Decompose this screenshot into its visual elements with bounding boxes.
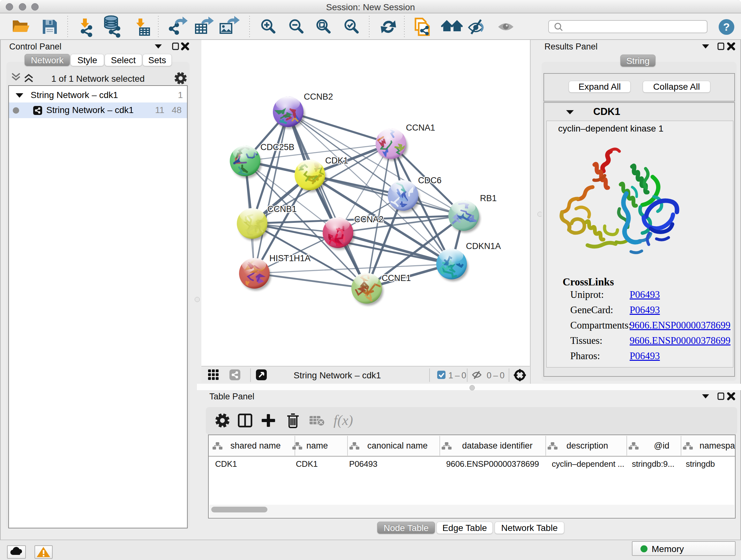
svg-text:stringdb:9...: stringdb:9... (632, 459, 674, 469)
svg-text:0 – 0: 0 – 0 (487, 371, 504, 380)
svg-text:CCNA2: CCNA2 (354, 214, 384, 224)
svg-text:String Network – cdk1: String Network – cdk1 (293, 370, 381, 380)
svg-text:canonical name: canonical name (367, 441, 428, 450)
svg-text:database identifier: database identifier (462, 441, 533, 450)
svg-text:CDK1: CDK1 (215, 459, 237, 469)
svg-text:name: name (307, 441, 328, 450)
svg-text:CCNA1: CCNA1 (406, 123, 435, 132)
svg-text:CDC6: CDC6 (418, 176, 442, 185)
svg-text:CCNE1: CCNE1 (382, 273, 411, 283)
svg-text:9606.ENSP00000378699: 9606.ENSP00000378699 (446, 459, 539, 469)
svg-text:namespac: namespac (699, 441, 735, 450)
svg-text:description: description (566, 441, 608, 450)
svg-text:@id: @id (654, 441, 669, 450)
svg-text:RB1: RB1 (480, 193, 497, 203)
svg-text:CDK1: CDK1 (296, 459, 318, 469)
svg-text:HIST1H1A: HIST1H1A (269, 253, 311, 263)
svg-text:CDK1: CDK1 (325, 156, 348, 165)
svg-text:1 – 0: 1 – 0 (448, 371, 466, 380)
svg-text:P06493: P06493 (349, 459, 377, 469)
svg-text:stringdb: stringdb (686, 459, 715, 469)
svg-text:CCNB1: CCNB1 (267, 204, 297, 214)
svg-text:shared name: shared name (230, 441, 281, 450)
svg-text:CCNB2: CCNB2 (304, 92, 333, 102)
svg-text:cyclin–dependent ...: cyclin–dependent ... (552, 459, 624, 469)
svg-text:CDC25B: CDC25B (260, 142, 294, 152)
svg-text:f(x): f(x) (333, 413, 353, 428)
svg-text:CDKN1A: CDKN1A (466, 241, 501, 251)
